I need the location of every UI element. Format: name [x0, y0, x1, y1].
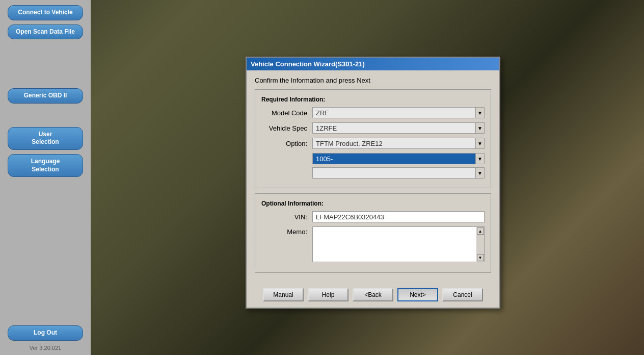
option-select-3: ▼: [312, 167, 485, 179]
vehicle-spec-combo[interactable]: 1ZRFE: [312, 122, 475, 134]
dialog-overlay: Vehicle Connection Wizard(S301-21) Confi…: [0, 0, 644, 355]
model-code-arrow[interactable]: ▼: [475, 107, 485, 118]
vehicle-spec-arrow[interactable]: ▼: [475, 122, 485, 134]
next-button[interactable]: Next>: [397, 288, 438, 301]
option-row-3: ▼: [261, 167, 485, 179]
vehicle-spec-input-wrapper: 1ZRFE ▼: [312, 122, 485, 134]
manual-button[interactable]: Manual: [263, 288, 304, 301]
model-code-label: Model Code: [261, 109, 312, 117]
vehicle-connection-dialog: Vehicle Connection Wizard(S301-21) Confi…: [246, 57, 500, 309]
vehicle-spec-label: Vehicle Spec: [261, 124, 312, 132]
option-combo-3[interactable]: [312, 167, 475, 179]
memo-scrollbar[interactable]: ▲ ▼: [476, 226, 485, 262]
option-input-3: ▼: [312, 167, 485, 179]
model-code-combo[interactable]: ZRE: [312, 107, 475, 118]
vin-label: VIN:: [261, 213, 312, 221]
vin-input[interactable]: [312, 211, 485, 222]
dialog-buttons: Manual Help <Back Next> Cancel: [247, 284, 499, 308]
required-label: Required Information:: [261, 96, 485, 103]
option-input-2: 1005- ▼: [312, 153, 485, 164]
option-select-wrapper: TFTM Product, ZRE12 ▼: [312, 138, 485, 149]
back-button[interactable]: <Back: [353, 288, 393, 301]
cancel-button[interactable]: Cancel: [442, 288, 483, 301]
memo-area-wrapper: ▲ ▼: [312, 226, 485, 262]
option-arrow[interactable]: ▼: [475, 138, 485, 149]
vin-input-wrapper: [312, 211, 485, 222]
vehicle-spec-select-wrapper: 1ZRFE ▼: [312, 122, 485, 134]
scrollbar-down[interactable]: ▼: [477, 254, 484, 261]
memo-textarea[interactable]: [312, 226, 476, 262]
option-row: Option: TFTM Product, ZRE12 ▼: [261, 138, 485, 149]
model-code-select-wrapper: ZRE ▼: [312, 107, 485, 118]
vin-row: VIN:: [261, 211, 485, 222]
required-section: Required Information: Model Code ZRE ▼ V…: [255, 89, 491, 188]
optional-label: Optional Information:: [261, 200, 485, 207]
model-code-row: Model Code ZRE ▼: [261, 107, 485, 118]
option-select-2: 1005- ▼: [312, 153, 485, 164]
vehicle-spec-row: Vehicle Spec 1ZRFE ▼: [261, 122, 485, 134]
confirm-text: Confirm the Information and press Next: [255, 77, 491, 84]
option-input-wrapper: TFTM Product, ZRE12 ▼: [312, 138, 485, 149]
option-arrow-2[interactable]: ▼: [475, 153, 485, 164]
model-code-input-wrapper: ZRE ▼: [312, 107, 485, 118]
help-button[interactable]: Help: [308, 288, 348, 301]
memo-label: Memo:: [261, 226, 312, 236]
option-label: Option:: [261, 140, 312, 147]
memo-row: Memo: ▲ ▼: [261, 226, 485, 262]
option-row-2: 1005- ▼: [261, 153, 485, 164]
option-arrow-3[interactable]: ▼: [475, 167, 485, 179]
optional-section: Optional Information: VIN: Memo: ▲: [255, 193, 491, 273]
option-combo[interactable]: TFTM Product, ZRE12: [312, 138, 475, 149]
scrollbar-up[interactable]: ▲: [477, 227, 484, 235]
dialog-title: Vehicle Connection Wizard(S301-21): [251, 60, 495, 68]
dialog-content: Confirm the Information and press Next R…: [247, 70, 499, 284]
option-combo-2[interactable]: 1005-: [312, 153, 475, 164]
dialog-titlebar: Vehicle Connection Wizard(S301-21): [247, 58, 499, 70]
